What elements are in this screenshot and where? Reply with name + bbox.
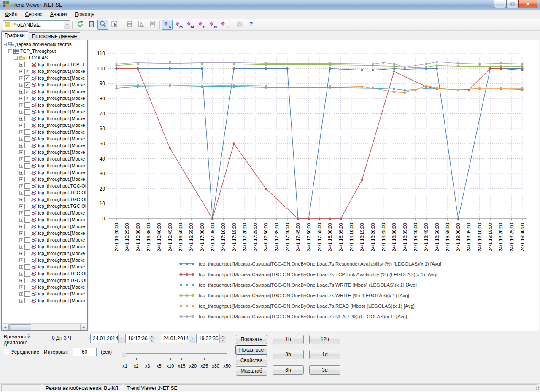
tree-item-label[interactable]: tcp_throughput.[Моске xyxy=(38,163,85,168)
expand-icon[interactable]: + xyxy=(19,137,23,141)
expand-icon[interactable]: + xyxy=(19,90,23,94)
expand-icon[interactable]: + xyxy=(19,70,23,73)
expand-icon[interactable]: + xyxy=(19,184,23,188)
expand-icon[interactable]: + xyxy=(19,110,23,114)
test-checkbox[interactable]: ✓ xyxy=(24,69,30,74)
tree-item[interactable]: +tcp_throughput.[Моске xyxy=(2,176,87,183)
expand-icon[interactable]: + xyxy=(19,150,23,154)
tree-item-label[interactable]: tcp_throughput.[Моске xyxy=(38,102,85,107)
test-checkbox[interactable] xyxy=(24,163,30,169)
expand-icon[interactable]: + xyxy=(19,97,23,100)
expand-icon[interactable]: + xyxy=(19,211,23,215)
expand-icon[interactable]: + xyxy=(19,258,23,262)
quick-range-button-3h[interactable]: 3h xyxy=(273,350,304,359)
maximize-button[interactable] xyxy=(506,0,518,8)
spinner-arrows-icon[interactable]: ▲▼ xyxy=(148,334,155,343)
tree-item-label[interactable]: tcp_throughput.TCP_T xyxy=(38,62,85,67)
tree-root-label[interactable]: Дерево логических тестов xyxy=(15,42,72,47)
interval-slider-track[interactable] xyxy=(123,353,227,354)
tree-item[interactable]: +tcp_throughput.[Моске xyxy=(2,236,87,243)
expand-icon[interactable]: + xyxy=(19,164,23,168)
menu-analysis[interactable]: Анализ xyxy=(46,10,71,19)
tree-group-tcp-throughput[interactable]: −TCP_Throughput xyxy=(2,48,87,54)
test-checkbox[interactable] xyxy=(24,156,30,162)
test-checkbox[interactable] xyxy=(24,109,30,115)
expand-icon[interactable]: + xyxy=(19,265,23,269)
tree-item-label[interactable]: tcp_throughput.[Моске xyxy=(38,210,85,215)
test-checkbox[interactable] xyxy=(24,244,30,250)
interval-input[interactable]: 60 xyxy=(73,348,97,356)
tree-folder-legolas[interactable]: −LEGOLAS xyxy=(2,54,87,61)
snapshot-button[interactable] xyxy=(234,20,245,30)
expand-icon[interactable]: + xyxy=(19,117,23,121)
tree-item-label[interactable]: tcp_throughput.[Моске xyxy=(38,75,85,81)
test-checkbox[interactable]: ✓ xyxy=(24,96,30,101)
test-checkbox[interactable] xyxy=(24,183,30,189)
test-checkbox[interactable] xyxy=(24,129,30,135)
quick-range-button-1d[interactable]: 1d xyxy=(309,350,340,359)
test-checkbox[interactable]: ✓ xyxy=(24,89,30,94)
tree-item[interactable]: +✓tcp_throughput.[Моске xyxy=(2,75,87,81)
tree-item[interactable]: +tcp_throughput.[Моске xyxy=(2,257,87,263)
tree-item-label[interactable]: tcp_throughput.[Моске xyxy=(38,244,85,249)
quick-range-button-1h[interactable]: 1h xyxy=(273,335,304,344)
marker-button-A[interactable]: A xyxy=(162,20,173,30)
menu-service[interactable]: Сервис xyxy=(22,10,46,19)
tree-horizontal-scrollbar[interactable]: ◄ ► xyxy=(2,323,87,330)
test-checkbox[interactable] xyxy=(24,285,30,290)
tree-item-label[interactable]: tcp_throughput.[Моске xyxy=(38,89,85,94)
expand-icon[interactable]: + xyxy=(19,225,23,228)
tree-item[interactable]: +tcp_throughput.TCP_T xyxy=(2,61,87,68)
test-checkbox[interactable]: ✓ xyxy=(24,75,30,81)
show-all-button[interactable]: Показ. все xyxy=(236,345,267,354)
tree-item-label[interactable]: tcp_throughput.TGC-Ol xyxy=(38,278,86,283)
marker-button-N[interactable]: N xyxy=(208,20,218,30)
test-checkbox[interactable] xyxy=(24,278,30,283)
averaging-checkbox[interactable] xyxy=(4,349,9,354)
test-checkbox[interactable] xyxy=(24,237,30,243)
test-checkbox[interactable] xyxy=(24,190,30,196)
marker-button-M[interactable]: M xyxy=(185,20,195,30)
tree-item-label[interactable]: tcp_throughput.[Моске xyxy=(38,237,85,242)
tree-item-label[interactable]: tcp_throughput.[Моске xyxy=(38,298,85,303)
tree-item-label[interactable]: tcp_throughput.[Моске xyxy=(38,96,85,101)
tree-item[interactable]: +tcp_throughput.[Моске xyxy=(2,142,87,149)
scale-button[interactable]: Масштаб xyxy=(236,366,267,376)
date-to-picker[interactable]: 24.01.2014 ▼ xyxy=(161,334,193,343)
tree-item-label[interactable]: tcp_throughput.[Моске xyxy=(38,264,85,269)
tree-item[interactable]: +tcp_throughput.[Моске xyxy=(2,122,87,129)
test-checkbox[interactable] xyxy=(24,258,30,263)
tree-item-label[interactable]: tcp_throughput.[Моске xyxy=(38,69,85,74)
tree-item[interactable]: +✓tcp_throughput.[Моске xyxy=(2,88,87,95)
tree-item[interactable]: +tcp_throughput.[Моске xyxy=(2,102,87,108)
expand-icon[interactable]: + xyxy=(19,204,23,208)
tree-item-label[interactable]: tcp_throughput.[Моске xyxy=(38,224,85,229)
tree-item[interactable]: +tcp_throughput.TGC-Ol xyxy=(2,270,87,277)
test-checkbox[interactable] xyxy=(24,136,30,142)
tree-group-label[interactable]: TCP_Throughput xyxy=(20,48,56,54)
expand-icon[interactable]: + xyxy=(19,144,23,148)
expand-icon[interactable]: + xyxy=(19,231,23,235)
tree-item-label[interactable]: tcp_throughput.[Моске xyxy=(38,143,85,148)
tree-item[interactable]: +tcp_throughput.[Моске xyxy=(2,297,87,304)
test-checkbox[interactable] xyxy=(24,102,30,108)
tree-item-label[interactable]: tcp_throughput.[Моске xyxy=(38,251,85,256)
expand-icon[interactable]: + xyxy=(19,63,23,67)
collapse-icon[interactable]: − xyxy=(3,43,7,46)
expand-icon[interactable]: + xyxy=(19,83,23,87)
tree-item[interactable]: +tcp_throughput.[Моске xyxy=(2,230,87,236)
expand-icon[interactable]: + xyxy=(19,285,23,289)
expand-icon[interactable]: + xyxy=(19,130,23,134)
tree-item-label[interactable]: tcp_throughput.TGC-Ol xyxy=(38,197,86,202)
tree-item[interactable]: +tcp_throughput.[Моске xyxy=(2,223,87,230)
tree-item-label[interactable]: tcp_throughput.[Моске xyxy=(38,150,85,155)
titlebar[interactable]: Trend Viewer .NET SE xyxy=(0,0,540,10)
tree-item[interactable]: +tcp_throughput.[Моске xyxy=(2,284,87,290)
marker-button-T[interactable]: T xyxy=(219,20,230,30)
tree-item[interactable]: +tcp_throughput.TGC-Ol xyxy=(2,196,87,203)
tree-item[interactable]: +tcp_throughput.[Моске xyxy=(2,108,87,115)
tree-item[interactable]: +✓tcp_throughput.[Моске xyxy=(2,81,87,88)
expand-icon[interactable]: + xyxy=(19,198,23,201)
chart-options-button[interactable] xyxy=(109,20,119,30)
test-checkbox[interactable] xyxy=(24,224,30,229)
